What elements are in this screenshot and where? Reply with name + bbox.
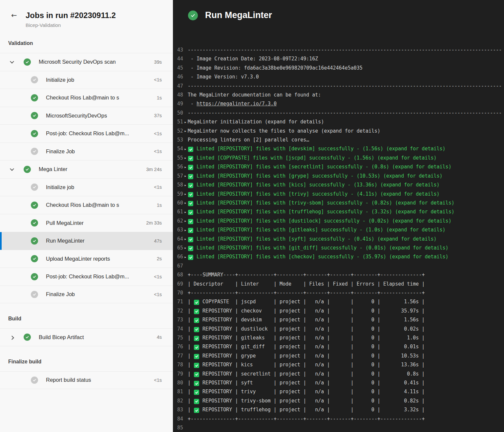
log-line[interactable]: 52▶MegaLinter now collects the files to … <box>173 127 504 136</box>
log-line[interactable]: 66▶ Linted [REPOSITORY] files with [chec… <box>173 252 504 261</box>
stage-row[interactable]: Microsoft Security DevOps scan39s <box>0 53 173 71</box>
log-line[interactable]: 57▶ Linted [REPOSITORY] files with [gryp… <box>173 172 504 181</box>
log-line: 49 - https://megalinter.io/7.3.0 <box>173 99 504 108</box>
jobs-sidebar: ← Jobs in run #20230911.2 Bicep-Validati… <box>0 0 173 432</box>
expand-arrow-icon[interactable]: ▶ <box>183 172 188 181</box>
expand-arrow-icon[interactable]: ▶ <box>183 199 188 207</box>
log-text: Linted [REPOSITORY] files with [devskim]… <box>188 144 446 153</box>
log-text: - https://megalinter.io/7.3.0 <box>188 99 277 108</box>
step-row[interactable]: Checkout Rios Lab@main to s1s <box>0 196 173 214</box>
step-row[interactable]: Run MegaLinter47s <box>0 232 173 250</box>
line-number: 52 <box>173 127 183 136</box>
expand-arrow-icon[interactable]: ▶ <box>183 252 188 261</box>
back-button[interactable]: ← <box>10 11 26 20</box>
line-number: 68 <box>173 270 183 279</box>
step-row[interactable]: Finalize Job<1s <box>0 286 173 304</box>
log-lines: 43--------------------------------------… <box>173 46 504 432</box>
log-line: 85 <box>173 423 504 432</box>
log-line: 45 - Image Revision: fda6ac3a38be0e96982… <box>173 64 504 73</box>
line-number: 56 <box>173 162 183 171</box>
log-line[interactable]: 54▶ Linted [REPOSITORY] files with [devs… <box>173 144 504 153</box>
chevron-right-icon[interactable] <box>9 334 15 340</box>
status-success-icon <box>31 237 38 245</box>
log-line[interactable]: 56▶ Linted [REPOSITORY] files with [secr… <box>173 162 504 171</box>
log-line[interactable]: 58▶ Linted [REPOSITORY] files with [kics… <box>173 181 504 189</box>
lint-message: Linted [REPOSITORY] files with [truffleh… <box>194 209 454 215</box>
expand-arrow-icon[interactable]: ▶ <box>183 244 188 252</box>
step-row[interactable]: MicrosoftSecurityDevOps37s <box>0 107 173 125</box>
job-duration: 3m 24s <box>146 167 162 172</box>
expand-arrow-icon[interactable]: ▶ <box>183 190 188 199</box>
log-line[interactable]: 51▶MegaLinter initialization (expand for… <box>173 118 504 126</box>
log-link[interactable]: https://megalinter.io/7.3.0 <box>197 101 277 107</box>
line-number: 69 <box>173 280 183 289</box>
line-number: 75 <box>173 334 183 342</box>
step-row[interactable]: Pull MegaLinter2m 33s <box>0 214 173 232</box>
job-name: Checkout Rios Lab@main to s <box>46 95 153 101</box>
log-text: | REPOSITORY | trivy | project | n/a | |… <box>188 387 425 396</box>
log-line[interactable]: 62▶ Linted [REPOSITORY] files with [dust… <box>173 217 504 226</box>
expand-arrow-icon[interactable]: ▶ <box>183 144 188 153</box>
status-success-icon <box>188 11 198 20</box>
stage-row[interactable]: Mega Linter3m 24s <box>0 160 173 178</box>
step-row[interactable]: Report build status<1s <box>0 371 173 389</box>
job-name: Checkout Rios Lab@main to s <box>46 202 153 208</box>
line-number: 54 <box>173 144 183 153</box>
step-row[interactable]: Initialize job<1s <box>0 178 173 196</box>
line-gutter <box>183 262 188 270</box>
log-line: 70+---------------+------------+--------… <box>173 289 504 297</box>
line-gutter <box>183 405 188 414</box>
job-duration: 47s <box>154 238 162 244</box>
line-number: 59 <box>173 190 183 199</box>
line-gutter <box>183 334 188 342</box>
success-checkbox-icon <box>188 174 193 179</box>
status-success-icon <box>24 58 31 66</box>
log-line[interactable]: 65▶ Linted [REPOSITORY] files with [git_… <box>173 244 504 252</box>
line-gutter <box>183 280 188 289</box>
stage-row[interactable]: Build Bicep Artifact4s <box>0 328 173 346</box>
log-line[interactable]: 64▶ Linted [REPOSITORY] files with [syft… <box>173 235 504 244</box>
job-duration: 4s <box>157 335 162 340</box>
step-row[interactable]: Finalize Job<1s <box>0 142 173 161</box>
step-row[interactable]: Checkout Rios Lab@main to s1s <box>0 89 173 107</box>
log-line[interactable]: 61▶ Linted [REPOSITORY] files with [truf… <box>173 207 504 216</box>
status-success-icon <box>31 112 38 119</box>
step-row[interactable]: Initialize job<1s <box>0 71 173 89</box>
expand-arrow-icon[interactable]: ▶ <box>183 162 188 171</box>
line-number: 50 <box>173 109 183 118</box>
expand-arrow-icon[interactable]: ▶ <box>183 118 188 126</box>
expand-arrow-icon[interactable]: ▶ <box>183 127 188 136</box>
log-text: | Descriptor | Linter | Mode | Files | F… <box>188 280 425 289</box>
expand-arrow-icon[interactable]: ▶ <box>183 181 188 189</box>
log-line[interactable]: 63▶ Linted [REPOSITORY] files with [gitl… <box>173 226 504 234</box>
line-gutter <box>183 307 188 315</box>
expand-arrow-icon[interactable]: ▶ <box>183 154 188 162</box>
line-number: 71 <box>173 297 183 306</box>
step-row[interactable]: Post-job: Checkout Rios Lab@m...<1s <box>0 268 173 286</box>
log-text: | REPOSITORY | secretlint | project | n/… <box>188 370 425 378</box>
log-line[interactable]: 60▶ Linted [REPOSITORY] files with [triv… <box>173 199 504 207</box>
success-checkbox-icon <box>188 228 193 233</box>
line-number: 53 <box>173 136 183 144</box>
lint-message: Linted [REPOSITORY] files with [secretli… <box>194 164 452 170</box>
log-text: ----------------------------------------… <box>188 82 502 91</box>
step-row[interactable]: Upload MegaLinter reports2s <box>0 250 173 268</box>
chevron-down-icon[interactable] <box>9 59 15 65</box>
line-gutter <box>183 73 188 81</box>
lint-message: Linted [REPOSITORY] files with [devskim]… <box>194 146 446 152</box>
job-name: Post-job: Checkout Rios Lab@m... <box>46 273 150 280</box>
job-name: Initialize job <box>46 184 150 190</box>
line-gutter <box>183 64 188 73</box>
log-line[interactable]: 59▶ Linted [REPOSITORY] files with [triv… <box>173 190 504 199</box>
log-text: - Image Version: v7.3.0 <box>188 73 259 81</box>
expand-arrow-icon[interactable]: ▶ <box>183 217 188 226</box>
expand-arrow-icon[interactable]: ▶ <box>183 226 188 234</box>
chevron-down-icon[interactable] <box>9 166 15 172</box>
expand-arrow-icon[interactable]: ▶ <box>183 235 188 244</box>
job-name: Run MegaLinter <box>46 238 150 244</box>
expand-arrow-icon[interactable]: ▶ <box>183 207 188 216</box>
success-checkbox-icon <box>188 147 193 152</box>
log-line[interactable]: 55▶ Linted [COPYPASTE] files with [jscpd… <box>173 154 504 162</box>
success-checkbox-icon <box>188 192 193 197</box>
step-row[interactable]: Post-job: Checkout Rios Lab@m...<1s <box>0 124 173 142</box>
